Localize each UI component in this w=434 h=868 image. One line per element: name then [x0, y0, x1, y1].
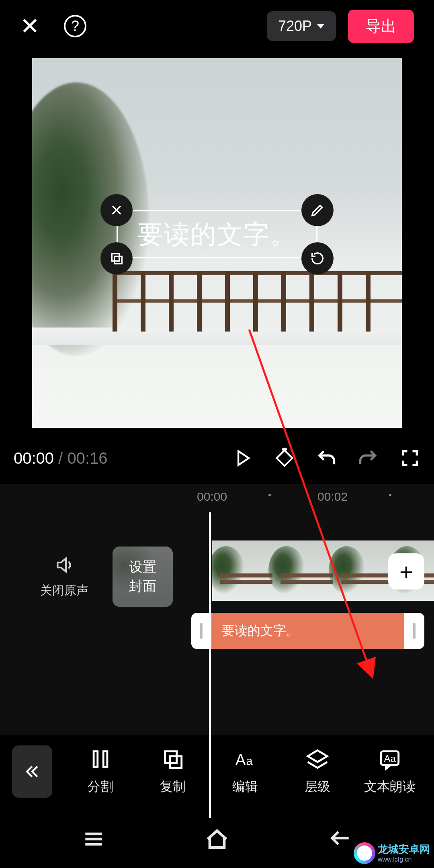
play-button[interactable]	[232, 448, 253, 469]
overlay-delete-handle[interactable]	[100, 194, 133, 226]
resolution-label: 720P	[278, 18, 312, 35]
text-overlay[interactable]: 要读的文字。	[117, 210, 317, 258]
svg-rect-4	[103, 751, 107, 767]
tool-split[interactable]: 分割	[70, 747, 131, 796]
svg-rect-0	[112, 254, 119, 261]
watermark-url: www.lcfg.cn	[378, 856, 430, 863]
tool-label: 文本朗读	[364, 778, 416, 796]
duration-time: 00:16	[67, 449, 107, 467]
nav-back-button[interactable]	[328, 827, 353, 853]
mute-original-button[interactable]: 关闭原声	[28, 555, 100, 599]
clip-thumb[interactable]	[333, 540, 393, 601]
bottom-toolbar: 分割 复制 Aa 编辑 层级 Aa 文本朗读	[0, 735, 434, 808]
ruler-dot	[389, 494, 391, 496]
tool-text-to-speech[interactable]: Aa 文本朗读	[360, 747, 420, 796]
copy-icon	[161, 747, 184, 771]
mute-label: 关闭原声	[40, 582, 88, 599]
text-clip-left-handle[interactable]	[191, 613, 211, 649]
tool-layer[interactable]: 层级	[287, 747, 348, 796]
ruler-mark: 00:00	[197, 490, 227, 504]
overlay-copy-handle[interactable]	[100, 242, 133, 274]
svg-rect-3	[94, 751, 98, 767]
overlay-rotate-handle[interactable]	[301, 242, 334, 274]
tts-icon: Aa	[378, 747, 401, 771]
undo-button[interactable]	[316, 448, 337, 469]
layers-icon	[306, 747, 329, 771]
svg-text:a: a	[246, 755, 253, 768]
speaker-icon	[54, 555, 74, 575]
close-button[interactable]: ✕	[20, 14, 40, 38]
watermark-logo-icon	[354, 842, 375, 864]
ruler-mark: 00:02	[317, 490, 348, 504]
tool-label: 层级	[305, 778, 330, 796]
tool-edit[interactable]: Aa 编辑	[215, 747, 275, 796]
svg-rect-1	[115, 256, 122, 264]
svg-text:A: A	[235, 751, 246, 768]
nav-home-button[interactable]	[205, 827, 229, 853]
add-clip-button[interactable]: +	[388, 553, 424, 590]
time-separator: /	[54, 449, 67, 467]
text-clip-right-handle[interactable]	[404, 613, 424, 649]
timeline-ruler: 00:00 00:02	[0, 484, 434, 508]
watermark: 龙城安卓网 www.lcfg.cn	[354, 842, 430, 864]
cover-label: 设置 封面	[129, 557, 156, 596]
export-button[interactable]: 导出	[348, 10, 414, 43]
overlay-edit-handle[interactable]	[301, 194, 334, 226]
ruler-dot	[268, 494, 271, 496]
tool-label: 复制	[160, 778, 186, 796]
playhead[interactable]	[209, 512, 211, 818]
edit-text-icon: Aa	[233, 747, 257, 771]
tool-copy[interactable]: 复制	[143, 747, 203, 796]
text-clip-label: 要读的文字。	[211, 613, 404, 649]
clip-thumb[interactable]	[272, 540, 333, 601]
current-time: 00:00	[14, 449, 54, 467]
nav-menu-button[interactable]	[81, 827, 106, 853]
help-button[interactable]: ?	[64, 15, 86, 37]
tool-label: 分割	[88, 778, 113, 796]
text-track-clip[interactable]: 要读的文字。	[191, 613, 424, 649]
redo-button[interactable]	[358, 448, 379, 469]
tool-label: 编辑	[232, 778, 258, 796]
toolbar-back-button[interactable]	[12, 745, 52, 798]
fullscreen-button[interactable]	[399, 448, 420, 469]
split-icon	[89, 747, 112, 771]
chevron-double-left-icon	[23, 763, 41, 780]
svg-text:Aa: Aa	[384, 753, 396, 764]
timeline[interactable]: 00:00 00:02 关闭原声 设置 封面 + 要读的文字。	[0, 484, 434, 766]
clip-thumb[interactable]	[212, 540, 272, 601]
watermark-title: 龙城安卓网	[378, 843, 430, 856]
chevron-down-icon	[317, 24, 325, 29]
preview-canvas[interactable]: 要读的文字。	[32, 58, 402, 428]
resolution-button[interactable]: 720P	[267, 11, 336, 41]
set-cover-button[interactable]: 设置 封面	[113, 547, 173, 607]
keyframe-button[interactable]	[274, 448, 295, 469]
overlay-text: 要读的文字。	[137, 217, 297, 252]
